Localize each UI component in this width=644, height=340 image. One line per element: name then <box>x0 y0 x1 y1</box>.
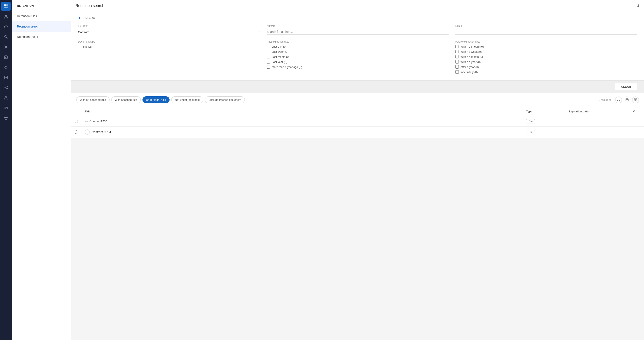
svg-point-4 <box>6 15 6 16</box>
checkbox-last-month[interactable]: Last month (0) <box>267 55 448 58</box>
clear-button[interactable]: CLEAR <box>615 83 637 90</box>
topbar-search-icon[interactable] <box>635 3 640 9</box>
sidebar-icon-check[interactable] <box>1 52 10 62</box>
user-view-button[interactable] <box>615 97 622 103</box>
checkbox-last-week[interactable]: Last week (0) <box>267 50 448 53</box>
sidebar-icon-trash[interactable] <box>1 114 10 123</box>
filters-section: ▼ FILTERS Full Text ✕ Authors <box>71 12 644 81</box>
checkbox-indefinitely-input[interactable] <box>455 70 459 74</box>
rules-input[interactable] <box>455 30 637 33</box>
filter-authors: Authors <box>267 24 448 35</box>
checkbox-within-week-input[interactable] <box>455 50 459 53</box>
checkbox-after-year-input[interactable] <box>455 65 459 69</box>
checkbox-more-than-1-year-input[interactable] <box>267 65 270 69</box>
results-count: 2 result(s) <box>599 98 611 101</box>
tab-under-legal-hold[interactable]: Under legal hold <box>142 96 170 103</box>
col-title-label: Title <box>85 110 90 113</box>
row1-title: Contract1234 <box>85 120 526 123</box>
svg-point-28 <box>636 4 638 6</box>
svg-rect-3 <box>6 6 8 8</box>
checkbox-within-week[interactable]: Within a week (0) <box>455 50 637 53</box>
full-text-input-wrapper: ✕ <box>78 29 260 35</box>
future-expiration-label: Future expiration date <box>455 40 637 43</box>
sidebar-icon-search[interactable] <box>1 32 10 41</box>
col-title-sort-icon: ↑ <box>91 110 93 113</box>
sidebar-icon-cross[interactable] <box>1 42 10 52</box>
table-row[interactable]: Contract89734 File <box>71 127 644 138</box>
checkbox-last-week-input[interactable] <box>267 50 270 53</box>
full-text-clear-icon[interactable]: ✕ <box>257 30 260 34</box>
sidebar-icon-org[interactable] <box>1 12 10 21</box>
checkbox-within-month[interactable]: Within a month (0) <box>455 55 637 58</box>
checkbox-within-24h[interactable]: Within 24 hours (0) <box>455 45 637 48</box>
table-header: Title ↑ Type Expiration date ↑ <box>71 107 644 116</box>
checkbox-last-year-input[interactable] <box>267 60 270 63</box>
table-row[interactable]: Contract1234 File <box>71 116 644 127</box>
row2-radio-input[interactable] <box>74 130 78 134</box>
sidebar-item-retention-search[interactable]: Retention search <box>12 21 71 32</box>
full-text-input[interactable] <box>78 30 257 34</box>
row2-type: File <box>526 130 568 134</box>
checkbox-within-month-label: Within a month (0) <box>460 55 483 58</box>
checkbox-last-year[interactable]: Last year (0) <box>267 60 448 63</box>
sidebar-icon-history[interactable] <box>1 22 10 31</box>
topbar: Retention search <box>71 0 644 12</box>
checkbox-after-year[interactable]: After a year (0) <box>455 65 637 69</box>
row1-type-badge: File <box>526 119 535 123</box>
col-type[interactable]: Type <box>526 110 568 113</box>
checkbox-within-month-input[interactable] <box>455 55 459 58</box>
checkbox-after-year-label: After a year (0) <box>460 65 479 69</box>
svg-rect-0 <box>4 4 6 6</box>
svg-line-8 <box>6 16 7 17</box>
sidebar-icon-logo[interactable] <box>1 2 10 11</box>
content-area: ▼ FILTERS Full Text ✕ Authors <box>71 12 644 340</box>
filter-full-text: Full Text ✕ <box>78 24 260 35</box>
checkbox-last-month-input[interactable] <box>267 55 270 58</box>
rules-label: Rules <box>455 24 637 27</box>
sidebar-icon-network[interactable] <box>1 83 10 92</box>
authors-input[interactable] <box>267 30 448 33</box>
checkbox-file[interactable]: File (2) <box>78 45 260 48</box>
checkbox-file-label: File (2) <box>83 45 92 48</box>
checkbox-within-year[interactable]: Within a year (0) <box>455 60 637 63</box>
checkbox-within-24h-input[interactable] <box>455 45 459 48</box>
col-settings[interactable] <box>632 109 640 114</box>
sidebar-icon-id[interactable] <box>1 103 10 113</box>
filter-actions-bar: CLEAR <box>71 81 644 93</box>
checkbox-within-year-input[interactable] <box>455 60 459 63</box>
tab-with-rule[interactable]: With attached rule <box>111 96 141 103</box>
checkbox-more-than-1-year-label: More than 1 year ago (0) <box>272 65 302 69</box>
checkbox-last-24h-input[interactable] <box>267 45 270 48</box>
sidebar-icon-user[interactable] <box>1 93 10 102</box>
col-title[interactable]: Title ↑ <box>85 110 526 113</box>
sidebar-icon-retention[interactable] <box>1 73 10 82</box>
row2-radio[interactable] <box>74 130 85 134</box>
tab-without-rule[interactable]: Without attached rule <box>76 96 110 103</box>
checkbox-last-week-label: Last week (0) <box>272 50 288 53</box>
row1-radio[interactable] <box>74 120 85 123</box>
document-type-checkboxes: File (2) <box>78 45 260 48</box>
checkbox-last-24h[interactable]: Last 24h (0) <box>267 45 448 48</box>
checkbox-indefinitely[interactable]: Indefinitely (0) <box>455 70 637 74</box>
row1-radio-input[interactable] <box>74 120 78 123</box>
checkbox-indefinitely-label: Indefinitely (0) <box>460 70 478 74</box>
checkbox-file-input[interactable] <box>78 45 82 48</box>
grid-view-button[interactable] <box>632 97 639 103</box>
filters-header[interactable]: ▼ FILTERS <box>78 16 637 19</box>
svg-line-7 <box>5 16 6 17</box>
filter-past-expiration: Past expiration date Last 24h (0) Last w… <box>267 40 448 75</box>
col-expiration[interactable]: Expiration date ↑ <box>568 110 632 113</box>
col-expiration-sort-icon: ↑ <box>589 110 590 113</box>
checkbox-more-than-1-year[interactable]: More than 1 year ago (0) <box>267 65 448 69</box>
csv-export-button[interactable] <box>624 97 630 103</box>
tab-not-under-legal-hold[interactable]: Not under legal hold <box>171 96 203 103</box>
svg-rect-1 <box>6 4 8 6</box>
tab-exclude-trashed[interactable]: Exclude trashed document <box>205 96 245 103</box>
sidebar-item-retention-rules[interactable]: Retention rules <box>12 11 71 21</box>
sidebar-item-retention-event[interactable]: Retention Event <box>12 32 71 42</box>
sidebar-icon-star[interactable] <box>1 63 10 72</box>
svg-rect-2 <box>4 6 6 8</box>
page-title: Retention search <box>76 3 104 8</box>
svg-line-10 <box>7 38 8 38</box>
row1-dash-icon <box>85 121 88 122</box>
